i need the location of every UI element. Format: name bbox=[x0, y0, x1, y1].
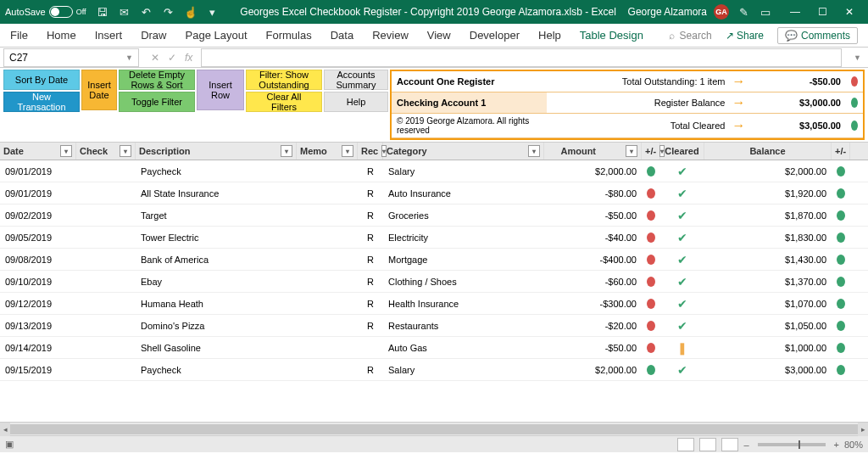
cell-amount[interactable]: -$60.00 bbox=[544, 271, 642, 292]
cell-balance[interactable]: $1,000.00 bbox=[704, 337, 832, 358]
col-amount[interactable]: Amount▾ bbox=[544, 143, 642, 160]
cell-amount[interactable]: -$400.00 bbox=[544, 249, 642, 270]
cell-cleared[interactable]: ❚ bbox=[660, 337, 704, 358]
col-memo[interactable]: Memo▾ bbox=[297, 143, 358, 160]
cell-cleared[interactable]: ✔ bbox=[660, 249, 704, 270]
delete-empty-rows-button[interactable]: Delete Empty Rows & Sort bbox=[119, 70, 195, 90]
cell-check[interactable] bbox=[76, 315, 136, 336]
cell-cleared[interactable]: ✔ bbox=[660, 271, 704, 292]
tab-data[interactable]: Data bbox=[331, 29, 353, 42]
touch-icon[interactable]: ☝ bbox=[183, 4, 198, 20]
maximize-button[interactable]: ☐ bbox=[809, 0, 836, 24]
cell-amount[interactable]: -$80.00 bbox=[544, 182, 642, 204]
cell-memo[interactable] bbox=[297, 359, 358, 380]
cell-category[interactable]: Salary bbox=[383, 160, 544, 182]
toggle-filter-button[interactable]: Toggle Filter bbox=[119, 92, 195, 112]
cell-amount[interactable]: -$300.00 bbox=[544, 293, 642, 314]
scroll-thumb[interactable] bbox=[10, 424, 858, 434]
tab-formulas[interactable]: Formulas bbox=[266, 29, 312, 42]
table-row[interactable]: 09/02/2019TargetRGroceries-$50.00✔$1,870… bbox=[0, 204, 868, 227]
col-amount-sign[interactable]: +/-▾ bbox=[642, 143, 660, 160]
cell-date[interactable]: 09/08/2019 bbox=[0, 249, 76, 270]
col-date[interactable]: Date▾ bbox=[0, 143, 76, 160]
cell-check[interactable] bbox=[76, 204, 136, 226]
scroll-left-icon[interactable]: ◂ bbox=[0, 423, 10, 436]
sort-by-date-button[interactable]: Sort By Date bbox=[3, 70, 80, 90]
insert-row-button[interactable]: Insert Row bbox=[197, 70, 244, 110]
cell-rec[interactable]: R bbox=[358, 359, 383, 380]
cell-rec[interactable]: R bbox=[358, 204, 383, 226]
tab-draw[interactable]: Draw bbox=[141, 29, 166, 42]
name-box[interactable]: C27▼ bbox=[3, 48, 139, 67]
cell-check[interactable] bbox=[76, 182, 136, 204]
zoom-slider[interactable] bbox=[758, 443, 826, 446]
comments-button[interactable]: 💬 Comments bbox=[777, 27, 858, 44]
cell-category[interactable]: Electricity bbox=[383, 227, 544, 248]
cell-rec[interactable]: R bbox=[358, 160, 383, 182]
table-row[interactable]: 09/05/2019Tower ElectricRElectricity-$40… bbox=[0, 227, 868, 249]
cell-description[interactable]: Ebay bbox=[136, 271, 297, 292]
cell-cleared[interactable]: ✔ bbox=[660, 359, 704, 380]
minimize-button[interactable]: — bbox=[782, 0, 809, 24]
cell-balance[interactable]: $1,050.00 bbox=[704, 315, 832, 336]
scroll-right-icon[interactable]: ▸ bbox=[858, 423, 868, 436]
filter-dropdown-icon[interactable]: ▾ bbox=[626, 145, 637, 157]
cell-balance[interactable]: $1,870.00 bbox=[704, 204, 832, 226]
cell-balance[interactable]: $1,830.00 bbox=[704, 227, 832, 248]
cell-amount[interactable]: -$50.00 bbox=[544, 337, 642, 358]
table-row[interactable]: 09/01/2019All State InsuranceRAuto Insur… bbox=[0, 182, 868, 204]
tab-home[interactable]: Home bbox=[47, 29, 76, 42]
share-button[interactable]: ↗ Share bbox=[726, 30, 764, 42]
view-page-break-icon[interactable] bbox=[721, 438, 738, 451]
cell-category[interactable]: Clothing / Shoes bbox=[383, 271, 544, 292]
cell-memo[interactable] bbox=[297, 315, 358, 336]
cell-category[interactable]: Health Insurance bbox=[383, 293, 544, 314]
view-page-layout-icon[interactable] bbox=[699, 438, 716, 451]
cell-amount[interactable]: -$20.00 bbox=[544, 315, 642, 336]
cell-cleared[interactable]: ✔ bbox=[660, 315, 704, 336]
cell-check[interactable] bbox=[76, 359, 136, 380]
cell-balance[interactable]: $2,000.00 bbox=[704, 160, 832, 182]
clear-all-filters-button[interactable]: Clear All Filters bbox=[246, 92, 322, 112]
cell-cleared[interactable]: ✔ bbox=[660, 227, 704, 248]
new-transaction-button[interactable]: New Transaction bbox=[3, 92, 80, 112]
cell-date[interactable]: 09/12/2019 bbox=[0, 293, 76, 314]
table-row[interactable]: 09/12/2019Humana HeathRHealth Insurance-… bbox=[0, 293, 868, 315]
avatar[interactable]: GA bbox=[714, 4, 729, 20]
cell-rec[interactable]: R bbox=[358, 271, 383, 292]
cell-rec[interactable]: R bbox=[358, 227, 383, 248]
cell-category[interactable]: Auto Insurance bbox=[383, 182, 544, 204]
cell-category[interactable]: Restaurants bbox=[383, 315, 544, 336]
cell-check[interactable] bbox=[76, 227, 136, 248]
cell-check[interactable] bbox=[76, 337, 136, 358]
cell-date[interactable]: 09/15/2019 bbox=[0, 359, 76, 380]
col-category[interactable]: Category▾ bbox=[383, 143, 544, 160]
cell-description[interactable]: Paycheck bbox=[136, 359, 297, 380]
cell-cleared[interactable]: ✔ bbox=[660, 293, 704, 314]
filter-dropdown-icon[interactable]: ▾ bbox=[281, 145, 292, 157]
cell-category[interactable]: Auto Gas bbox=[383, 337, 544, 358]
table-row[interactable]: 09/10/2019EbayRClothing / Shoes-$60.00✔$… bbox=[0, 271, 868, 293]
table-row[interactable]: 09/15/2019PaycheckRSalary$2,000.00✔$3,00… bbox=[0, 359, 868, 381]
close-button[interactable]: ✕ bbox=[836, 0, 863, 24]
tab-developer[interactable]: Developer bbox=[470, 29, 520, 42]
formula-expand-icon[interactable]: ▼ bbox=[847, 53, 868, 62]
cell-category[interactable]: Mortgage bbox=[383, 249, 544, 270]
formula-input[interactable] bbox=[201, 48, 842, 67]
cell-date[interactable]: 09/10/2019 bbox=[0, 271, 76, 292]
col-rec[interactable]: Rec▾ bbox=[358, 143, 383, 160]
cell-balance[interactable]: $1,370.00 bbox=[704, 271, 832, 292]
cell-amount[interactable]: $2,000.00 bbox=[544, 160, 642, 182]
cell-category[interactable]: Salary bbox=[383, 359, 544, 380]
enter-formula-icon[interactable]: ✓ bbox=[168, 52, 176, 64]
accounts-summary-button[interactable]: Accounts Summary bbox=[324, 70, 388, 90]
cell-memo[interactable] bbox=[297, 160, 358, 182]
tab-insert[interactable]: Insert bbox=[95, 29, 123, 42]
filter-dropdown-icon[interactable]: ▾ bbox=[120, 145, 131, 157]
cell-cleared[interactable]: ✔ bbox=[660, 182, 704, 204]
cell-amount[interactable]: $2,000.00 bbox=[544, 359, 642, 380]
tab-help[interactable]: Help bbox=[538, 29, 561, 42]
tab-table-design[interactable]: Table Design bbox=[580, 29, 643, 42]
cell-description[interactable]: Target bbox=[136, 204, 297, 226]
record-macro-icon[interactable]: ▣ bbox=[5, 439, 14, 450]
